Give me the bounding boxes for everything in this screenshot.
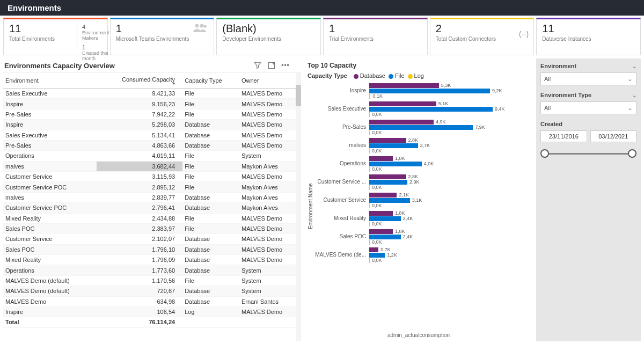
table-row[interactable]: malves3.682,44FileMaykon Alves [3, 161, 301, 171]
focus-mode-icon[interactable] [267, 61, 276, 70]
bar-value-label: 0,7K [378, 247, 391, 252]
kpi-card[interactable]: 1Microsoft Teams Environments [110, 18, 215, 55]
filter-environment-select[interactable]: All ⌄ [540, 72, 636, 85]
table-row[interactable]: Operations1.773,60DatabaseSystem [3, 265, 301, 275]
scrollbar-track[interactable] [296, 73, 301, 341]
bar-log[interactable]: 0,0K [369, 258, 370, 263]
slider-knob-end[interactable] [628, 149, 636, 158]
column-header[interactable]: Consumed Capacity▾ [97, 73, 182, 89]
chart-category[interactable]: Pre-Sales4,9K7,9K0,0K [314, 119, 531, 136]
visual-toolbar: ••• [253, 61, 300, 70]
table-row[interactable]: Customer Service POC2.895,12FileMaykon A… [3, 182, 301, 192]
table-row[interactable]: Customer Service2.102,07DatabaseMALVES D… [3, 234, 301, 244]
bar-database[interactable]: 5,1K [369, 101, 436, 106]
table-row[interactable]: Customer Service3.115,93FileMALVES Demo [3, 172, 301, 182]
chart-category[interactable]: malves2,8K3,7K0,0K [314, 137, 531, 154]
bar-log[interactable]: 0,0K [369, 203, 370, 208]
chart-category[interactable]: Inspire5,3K9,2K0,1K [314, 82, 531, 99]
kpi-card[interactable]: 11 Dataverse Instances [536, 18, 641, 55]
chart-category[interactable]: MALVES Demo (de...0,7K1,2K0,0K [314, 246, 531, 264]
filter-environment-type-header[interactable]: Environment Type ⌄ [540, 91, 636, 99]
filter-created-header[interactable]: Created [540, 120, 636, 128]
expand-icon[interactable]: ⟨··⟩ [518, 30, 529, 39]
scrollbar-thumb[interactable] [296, 85, 301, 106]
bar-database[interactable]: 2,1K [369, 193, 397, 198]
bar-database[interactable]: 1,8K [369, 229, 393, 234]
date-to-input[interactable]: 03/12/2021 [590, 130, 637, 142]
legend-label[interactable]: File [395, 72, 405, 79]
table-row[interactable]: Sales POC1.796,10DatabaseMALVES Demo [3, 244, 301, 254]
bar-value-label: 2,8K [406, 174, 419, 179]
table-row[interactable]: MALVES Demo634,98DatabaseErnani Santos [3, 296, 301, 306]
chart-category[interactable]: Customer Service ...2,8K2,9K0,0K [314, 173, 531, 191]
bar-file[interactable]: 7,9K [369, 125, 473, 130]
bar-database[interactable]: 2,8K [369, 138, 406, 143]
bar-log[interactable]: 0,1K [369, 94, 370, 99]
chart-category[interactable]: Customer Service2,1K3,1K0,0K [314, 192, 531, 209]
bar-log[interactable]: 0,0K [369, 112, 370, 117]
table-row[interactable]: Pre-Sales7.942,22FileMALVES Demo [3, 109, 301, 119]
column-header[interactable]: Environment [3, 73, 97, 89]
table-row[interactable]: Sales Executive9.421,33FileMALVES Demo [3, 89, 301, 99]
bar-file[interactable]: 9,2K [369, 89, 490, 93]
table-row[interactable]: Customer Service POC2.796,41DatabaseMayk… [3, 203, 301, 213]
bar-log[interactable]: 0,0K [369, 240, 370, 245]
bar-file[interactable]: 9,4K [369, 107, 493, 112]
bar-log[interactable]: 0,0K [369, 130, 370, 135]
table-row[interactable]: Operations4.019,11FileSystem [3, 151, 301, 161]
table-row[interactable]: Inspire106,54LogMALVES Demo [3, 306, 301, 317]
date-range-slider[interactable] [540, 148, 636, 160]
column-header[interactable]: Owner [239, 73, 301, 89]
chart-category[interactable]: Sales POC1,8K2,4K0,0K [314, 228, 531, 245]
capacity-table[interactable]: EnvironmentConsumed Capacity▾Capacity Ty… [3, 73, 301, 328]
bar-file[interactable]: 2,4K [369, 235, 401, 239]
bar-log[interactable]: 0,0K [369, 222, 370, 226]
date-from-input[interactable]: 23/11/2016 [540, 130, 587, 142]
table-row[interactable]: Mixed Reality2.434,88FileMALVES Demo [3, 213, 301, 223]
kpi-card[interactable]: 11 Total Environments4Environment Makers… [3, 18, 108, 55]
bar-database[interactable]: 5,3K [369, 83, 439, 88]
bar-log[interactable]: 0,0K [369, 149, 370, 153]
table-row[interactable]: Pre-Sales4.863,66DatabaseMALVES Demo [3, 140, 301, 150]
kpi-card[interactable]: 1 Trial Environments [323, 18, 428, 55]
bar-file[interactable]: 1,2K [369, 253, 385, 258]
filter-environment-type-select[interactable]: All ⌄ [540, 101, 636, 114]
more-options-icon[interactable]: ••• [281, 61, 290, 70]
legend-label[interactable]: Database [360, 72, 385, 79]
table-row[interactable]: malves2.839,77DatabaseMaykon Alves [3, 192, 301, 202]
bar-value-label: 5,3K [439, 83, 451, 88]
bar-database[interactable]: 0,7K [369, 247, 378, 252]
bar-file[interactable]: 2,4K [369, 216, 401, 221]
bar-database[interactable]: 2,8K [369, 174, 406, 179]
bar-database[interactable]: 1,8K [369, 156, 393, 161]
chart-category[interactable]: Sales Executive5,1K9,4K0,0K [314, 100, 531, 118]
legend-label[interactable]: Log [414, 72, 424, 79]
bar-file[interactable]: 3,7K [369, 143, 418, 148]
bar-log[interactable]: 0,0K [369, 167, 370, 172]
kpi-value: (Blank) [222, 23, 315, 35]
chart-category[interactable]: Operations1,8K4,0K0,0K [314, 155, 531, 172]
bar-log[interactable]: 0,0K [369, 185, 370, 190]
legend-dot [389, 74, 393, 79]
filter-icon[interactable] [253, 61, 262, 70]
kpi-label: Developer Environments [222, 36, 315, 42]
chart-category[interactable]: Mixed Reality1,8K2,4K0,0K [314, 210, 531, 227]
table-row[interactable]: Sales POC2.383,97FileMALVES Demo [3, 223, 301, 233]
bar-file[interactable]: 4,0K [369, 162, 422, 166]
bar-file[interactable]: 3,1K [369, 198, 410, 203]
filter-environment-header[interactable]: Environment ⌄ [540, 62, 636, 70]
slider-knob-start[interactable] [540, 149, 549, 158]
kpi-card[interactable]: (Blank) Developer Environments [216, 18, 321, 55]
bar-file[interactable]: 2,9K [369, 180, 407, 185]
table-row[interactable]: MALVES Demo (default)720,67DatabaseSyste… [3, 286, 301, 296]
bar-database[interactable]: 1,8K [369, 211, 393, 216]
bar-database[interactable]: 4,9K [369, 120, 434, 125]
column-header[interactable]: Capacity Type [182, 73, 239, 89]
table-row[interactable]: Sales Executive5.134,41DatabaseMALVES De… [3, 130, 301, 140]
table-row[interactable]: MALVES Demo (default)1.170,56FileSystem [3, 275, 301, 286]
kpi-cards: 11 Total Environments4Environment Makers… [0, 16, 644, 56]
table-row[interactable]: Inspire5.298,03DatabaseMALVES Demo [3, 120, 301, 130]
table-row[interactable]: Mixed Reality1.796,09DatabaseMALVES Demo [3, 255, 301, 265]
table-row[interactable]: Inspire9.156,23FileMALVES Demo [3, 99, 301, 109]
kpi-card[interactable]: 2 Total Custom Connectors⟨··⟩ [430, 18, 535, 55]
